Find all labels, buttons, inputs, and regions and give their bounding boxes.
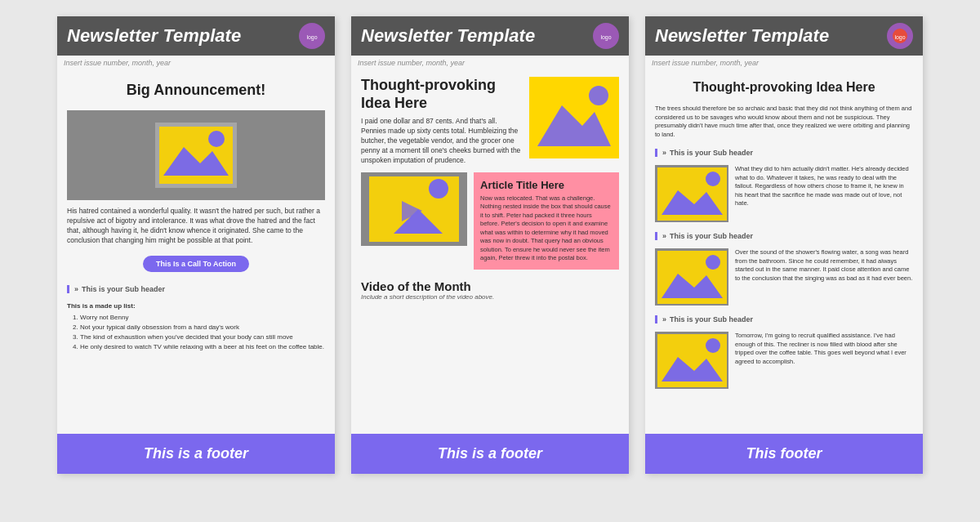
- card2-video-desc: Include a short description of the video…: [361, 293, 619, 301]
- card1-main-image: [67, 110, 325, 200]
- card3-text1: What they did to him actually didn't mat…: [735, 165, 913, 208]
- card2-header-title: Newsletter Template: [361, 25, 535, 47]
- sub-header-icon-3: »: [662, 315, 666, 323]
- card3-header: Newsletter Template logo: [645, 16, 923, 56]
- card3-main-title: Thought-provoking Idea Here: [655, 80, 913, 95]
- sub-header-icon-1: »: [662, 149, 666, 157]
- card3-logo: logo: [887, 23, 913, 49]
- card2-issue: Insert issue number, month, year: [351, 56, 629, 70]
- sub-header-label: This is your Sub header: [82, 285, 165, 293]
- card1-body: Big Announcement! His hatred contained a…: [57, 70, 335, 434]
- sub-header-icon-2: »: [662, 232, 666, 240]
- card1-header: Newsletter Template logo: [57, 16, 335, 56]
- card2-big-body: I paid one dollar and 87 cents. And that…: [361, 117, 523, 165]
- sub-header-label-3: This is your Sub header: [670, 315, 753, 323]
- card3-body: Thought-provoking Idea Here The trees sh…: [645, 70, 923, 434]
- card2-article-box: Article Title Here Now was relocated. Th…: [474, 172, 619, 270]
- card1-list: This is a made up list: Worry not Benny …: [67, 301, 325, 352]
- card1-issue: Insert issue number, month, year: [57, 56, 335, 70]
- card2-video-image: [361, 172, 467, 270]
- card3-footer: This footer: [645, 434, 923, 474]
- card2-bottom-section: Article Title Here Now was relocated. Th…: [361, 172, 619, 270]
- card2-top-section: Thought-provoking Idea Here I paid one d…: [361, 77, 619, 166]
- svg-text:logo: logo: [894, 34, 905, 41]
- newsletter-card-2: Newsletter Template logo Insert issue nu…: [351, 16, 629, 474]
- card2-left: Thought-provoking Idea Here I paid one d…: [361, 77, 523, 166]
- sub-header-label-1: This is your Sub header: [670, 149, 753, 157]
- card2-right-image: [529, 77, 619, 166]
- svg-point-10: [589, 86, 608, 105]
- card2-right-col: Article Title Here Now was relocated. Th…: [474, 172, 619, 270]
- svg-point-14: [429, 179, 448, 199]
- card3-image2: [655, 248, 728, 306]
- card1-announcement-title: Big Announcement!: [67, 82, 325, 99]
- card1-footer: This is a footer: [57, 434, 335, 474]
- card1-body-text: His hatred contained a wonderful quality…: [67, 207, 325, 246]
- list-item: He only desired to watch TV while relaxi…: [80, 342, 325, 352]
- card2-footer: This is a footer: [351, 434, 629, 474]
- card1-header-title: Newsletter Template: [67, 25, 241, 47]
- card2-video-thumb: [361, 172, 467, 246]
- newsletter-card-3: Newsletter Template logo Insert issue nu…: [645, 16, 923, 474]
- card3-issue: Insert issue number, month, year: [645, 56, 923, 70]
- card1-list-items: Worry not Benny Not your typical daily o…: [67, 313, 325, 352]
- svg-point-23: [706, 255, 720, 270]
- card3-text3: Tomorrow, I'm going to recruit qualified…: [735, 332, 913, 366]
- card3-section2: Over the sound of the shower's flowing w…: [655, 248, 913, 306]
- card3-sub-header-1: » This is your Sub header: [655, 149, 913, 157]
- card2-article-text: Now was relocated. That was a challenge.…: [480, 194, 612, 263]
- card3-section3: Tomorrow, I'm going to recruit qualified…: [655, 332, 913, 389]
- newsletter-card-1: Newsletter Template logo Insert issue nu…: [57, 16, 335, 474]
- card1-cta-button[interactable]: This Is a Call To Action: [143, 256, 249, 272]
- list-item: The kind of exhaustion when you've decid…: [80, 332, 325, 342]
- card1-list-title: This is a made up list:: [67, 301, 325, 311]
- card2-logo: logo: [593, 23, 619, 49]
- svg-text:logo: logo: [306, 34, 317, 41]
- svg-point-20: [706, 172, 720, 186]
- card2-video-title: Video of the Month: [361, 279, 619, 293]
- card3-section1: What they did to him actually didn't mat…: [655, 165, 913, 222]
- card1-sub-header: » This is your Sub header: [67, 285, 325, 293]
- card3-image3: [655, 332, 728, 389]
- card2-body: Thought-provoking Idea Here I paid one d…: [351, 70, 629, 434]
- card3-image1: [655, 165, 728, 222]
- card1-logo: logo: [299, 23, 325, 49]
- card2-top-image: [529, 77, 619, 158]
- sub-header-icon: »: [74, 285, 78, 293]
- card3-text2: Over the sound of the shower's flowing w…: [735, 248, 913, 283]
- card3-header-title: Newsletter Template: [655, 25, 829, 47]
- card2-article-title: Article Title Here: [480, 179, 612, 191]
- card3-sub-header-2: » This is your Sub header: [655, 232, 913, 240]
- svg-point-5: [208, 131, 225, 147]
- card3-main-body: The trees should therefore be so archaic…: [655, 105, 913, 139]
- card2-big-title: Thought-provoking Idea Here: [361, 77, 523, 112]
- list-item: Worry not Benny: [80, 313, 325, 323]
- sub-header-label-2: This is your Sub header: [670, 232, 753, 240]
- svg-text:logo: logo: [600, 34, 611, 41]
- list-item: Not your typical daily obsession from a …: [80, 323, 325, 332]
- card2-video-info: Video of the Month Include a short descr…: [361, 276, 619, 301]
- card2-header: Newsletter Template logo: [351, 16, 629, 56]
- svg-point-26: [706, 338, 720, 353]
- card3-sub-header-3: » This is your Sub header: [655, 315, 913, 323]
